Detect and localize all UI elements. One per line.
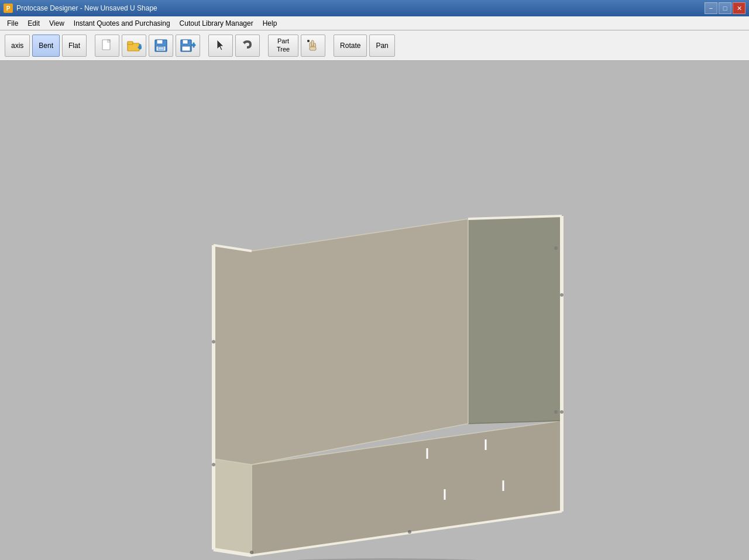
svg-point-40: [250, 551, 253, 554]
svg-point-43: [554, 410, 558, 414]
svg-point-39: [560, 410, 564, 414]
title-bar: P Protocase Designer - New Unsaved U Sha…: [0, 0, 749, 16]
title-bar-left: P Protocase Designer - New Unsaved U Sha…: [4, 4, 157, 13]
svg-rect-15: [193, 43, 194, 47]
new-button[interactable]: [95, 35, 119, 57]
saveas-icon: [180, 39, 196, 53]
svg-rect-8: [157, 40, 163, 44]
svg-rect-4: [128, 42, 133, 44]
menu-edit[interactable]: Edit: [23, 18, 44, 29]
svg-marker-28: [468, 216, 562, 424]
flat-button[interactable]: Flat: [62, 35, 87, 57]
svg-point-36: [212, 340, 215, 343]
svg-point-38: [560, 293, 564, 297]
help-gesture-button[interactable]: [301, 35, 325, 57]
maximize-button[interactable]: □: [719, 2, 731, 14]
rotate-button[interactable]: Rotate: [334, 35, 367, 57]
menu-view[interactable]: View: [44, 18, 69, 29]
axis-button[interactable]: axis: [5, 35, 30, 57]
undo-button[interactable]: [235, 35, 260, 57]
menu-quotes[interactable]: Instant Quotes and Purchasing: [69, 18, 175, 29]
bent-button[interactable]: Bent: [32, 35, 60, 57]
help-gesture-icon: [305, 38, 321, 53]
svg-rect-21: [310, 47, 316, 50]
svg-rect-12: [183, 40, 188, 44]
toolbar: axis Bent Flat: [0, 30, 749, 61]
select-button[interactable]: [208, 35, 233, 57]
part-tree-button[interactable]: Part Tree: [268, 35, 298, 57]
viewport[interactable]: [0, 61, 749, 560]
svg-rect-10: [158, 47, 164, 50]
title-controls: − □ ✕: [705, 2, 745, 14]
minimize-button[interactable]: −: [705, 2, 717, 14]
undo-icon: [240, 39, 255, 53]
saveas-button[interactable]: [176, 35, 200, 57]
app-icon: P: [4, 4, 13, 13]
3d-shape-canvas: [0, 61, 749, 560]
save-icon: [154, 39, 168, 53]
svg-marker-16: [217, 40, 224, 50]
new-icon: [100, 39, 114, 53]
svg-marker-17: [243, 41, 245, 44]
open-icon: [126, 39, 142, 53]
select-icon: [214, 39, 227, 53]
menu-cutout[interactable]: Cutout Library Manager: [175, 18, 258, 29]
svg-point-41: [408, 530, 411, 534]
close-button[interactable]: ✕: [733, 2, 745, 14]
pan-button[interactable]: Pan: [369, 35, 394, 57]
menu-help[interactable]: Help: [258, 18, 282, 29]
menu-bar: File Edit View Instant Quotes and Purcha…: [0, 16, 749, 30]
svg-marker-29: [214, 219, 468, 465]
save-button[interactable]: [149, 35, 173, 57]
menu-file[interactable]: File: [2, 18, 23, 29]
svg-rect-13: [182, 46, 190, 51]
svg-rect-6: [138, 47, 142, 48]
svg-point-42: [554, 246, 558, 250]
svg-point-37: [212, 463, 215, 466]
open-button[interactable]: [122, 35, 146, 57]
title-text: Protocase Designer - New Unsaved U Shape: [16, 4, 157, 12]
